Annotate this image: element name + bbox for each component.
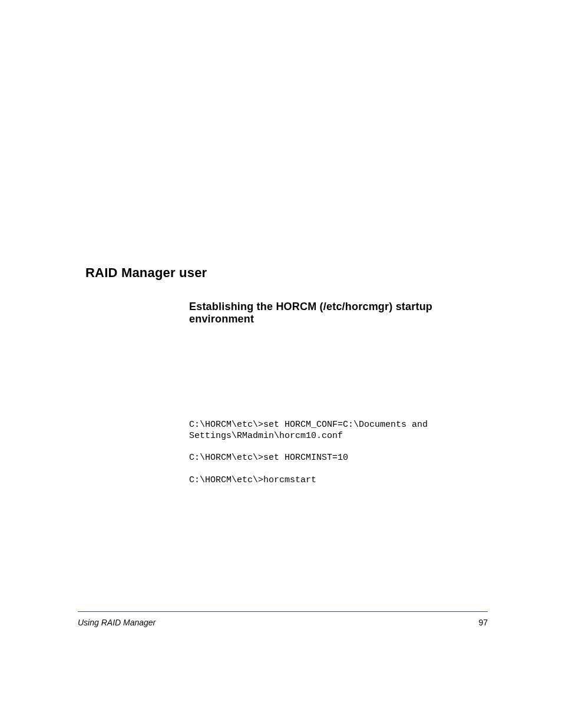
- heading-1: RAID Manager user: [85, 265, 486, 281]
- code-block: C:\HORCM\etc\>set HORCM_CONF=C:\Document…: [189, 420, 486, 486]
- code-line: C:\HORCM\etc\>horcmstart: [189, 475, 316, 485]
- page: RAID Manager user Establishing the HORCM…: [0, 0, 562, 728]
- heading-2: Establishing the HORCM (/etc/horcmgr) st…: [189, 301, 486, 325]
- code-line: Settings\RMadmin\horcm10.conf: [189, 431, 343, 441]
- footer-title: Using RAID Manager: [78, 618, 156, 627]
- footer: Using RAID Manager 97: [78, 611, 488, 627]
- code-line: C:\HORCM\etc\>set HORCM_CONF=C:\Document…: [189, 420, 428, 430]
- page-number: 97: [478, 618, 488, 627]
- code-line: C:\HORCM\etc\>set HORCMINST=10: [189, 453, 348, 463]
- content-area: RAID Manager user Establishing the HORCM…: [85, 265, 486, 486]
